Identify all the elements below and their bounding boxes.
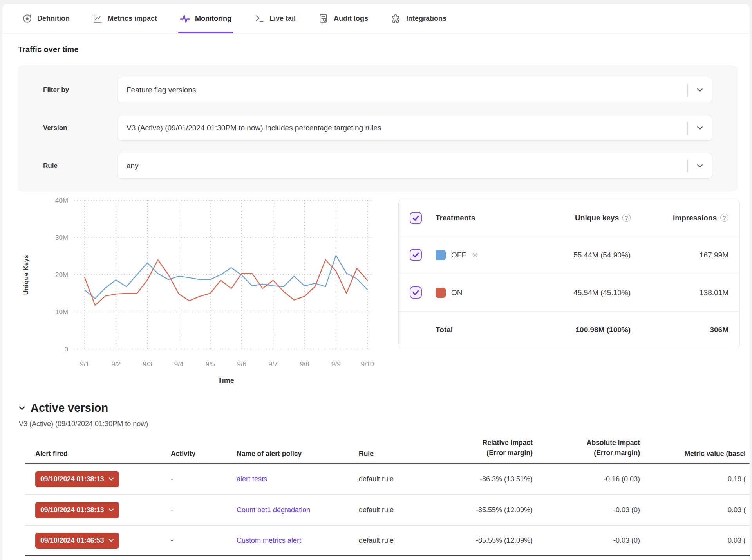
alert-fired-badge[interactable]: 09/10/2024 01:46:53 [35, 533, 119, 549]
tab-label: Live tail [269, 14, 296, 23]
alerts-table-header: Alert fired Activity Name of alert polic… [25, 436, 750, 464]
off-unique-keys: 55.44M (54.90%) [501, 251, 631, 259]
version-select[interactable]: V3 (Active) (09/01/2024 01:30PM to now) … [118, 115, 712, 141]
unique-keys-label: Unique keys [575, 214, 619, 222]
tab-definition[interactable]: Definition [22, 4, 70, 33]
svg-text:9/8: 9/8 [300, 360, 309, 368]
on-color-swatch [436, 288, 446, 298]
alert-relative-impact: -85.55% (12.09%) [442, 537, 533, 545]
active-version-header[interactable]: Active version [18, 402, 750, 414]
alert-relative-impact: -86.3% (13.51%) [442, 475, 533, 483]
svg-text:9/4: 9/4 [174, 360, 184, 368]
chart-series [85, 256, 367, 305]
chevron-down-icon [108, 508, 114, 512]
filter-by-select[interactable]: Feature flag versions [118, 77, 712, 103]
filter-row-version: Version V3 (Active) (09/01/2024 01:30PM … [43, 115, 712, 141]
tab-metrics-impact[interactable]: Metrics impact [92, 4, 157, 33]
definition-icon [22, 13, 33, 24]
alert-row-1: 09/10/2024 01:38:13 - alert tests defaul… [25, 464, 750, 495]
svg-text:40M: 40M [55, 197, 68, 204]
tab-audit-logs[interactable]: Audit logs [318, 4, 368, 33]
impressions-label: Impressions [673, 214, 717, 222]
version-value: V3 (Active) (09/01/2024 01:30PM to now) … [118, 124, 687, 132]
tab-monitoring[interactable]: Monitoring [180, 4, 231, 33]
col-absolute-line1: Absolute Impact [533, 438, 640, 448]
tab-integrations[interactable]: Integrations [391, 4, 446, 33]
alert-fired-badge[interactable]: 09/10/2024 01:38:13 [35, 502, 119, 518]
tab-label: Definition [37, 14, 70, 23]
svg-text:20M: 20M [55, 271, 68, 279]
help-icon[interactable]: ? [720, 214, 728, 222]
col-alert-fired: Alert fired [35, 450, 171, 458]
svg-text:9/7: 9/7 [269, 360, 278, 368]
svg-text:9/2: 9/2 [111, 360, 121, 368]
chevron-down-icon [688, 162, 712, 170]
chevron-down-icon [688, 86, 712, 94]
alert-row-3: 09/10/2024 01:46:53 - Custom metrics ale… [25, 526, 750, 556]
alert-relative-impact: -85.55% (12.09%) [442, 506, 533, 514]
active-version-title: Active version [31, 402, 108, 414]
svg-text:9/3: 9/3 [143, 360, 152, 368]
help-icon[interactable]: ? [622, 214, 631, 222]
audit-logs-icon [318, 13, 329, 24]
treatments-total-row: Total 100.98M (100%) 306M [399, 312, 739, 348]
treatment-row-on: ON 45.54M (45.10%) 138.01M [399, 274, 739, 312]
chevron-down-icon [108, 477, 114, 481]
alert-rule: default rule [359, 506, 442, 514]
alert-fired-time: 09/10/2024 01:38:13 [40, 506, 104, 514]
col-policy: Name of alert policy [237, 450, 359, 458]
alert-policy-link[interactable]: Count bet1 degradation [237, 506, 359, 514]
version-label: Version [43, 124, 118, 132]
alert-activity: - [171, 537, 237, 545]
tab-label: Monitoring [195, 14, 231, 23]
svg-text:9/1: 9/1 [80, 360, 89, 368]
chevron-down-icon [688, 124, 712, 132]
svg-text:0: 0 [65, 346, 68, 353]
col-relative-impact: Relative Impact (Error margin) [442, 438, 533, 458]
alert-absolute-impact: -0.16 (0.03) [533, 475, 640, 483]
filter-by-label: Filter by [43, 86, 118, 94]
alert-row-2: 09/10/2024 01:38:13 - Count bet1 degrada… [25, 495, 750, 526]
rule-value: any [118, 162, 687, 170]
svg-text:Time: Time [218, 376, 234, 384]
svg-text:30M: 30M [55, 234, 68, 241]
treatments-select-all-checkbox[interactable] [410, 212, 422, 224]
alert-rule: default rule [359, 475, 442, 483]
on-impressions: 138.01M [631, 288, 728, 297]
alert-policy-link[interactable]: alert tests [237, 475, 359, 483]
col-absolute-impact: Absolute Impact (Error margin) [533, 438, 640, 458]
chart-grid [74, 200, 372, 349]
total-unique-keys: 100.98M (100%) [501, 326, 631, 334]
alert-policy-link[interactable]: Custom metrics alert [237, 537, 359, 545]
collapse-chevron-icon [18, 404, 26, 412]
alert-fired-time: 09/10/2024 01:38:13 [40, 475, 104, 483]
col-activity: Activity [171, 450, 237, 458]
live-tail-icon [254, 13, 265, 24]
filter-row-rule: Rule any [43, 153, 712, 179]
impressions-col-title: Impressions? [631, 214, 728, 222]
alert-activity: - [171, 475, 237, 483]
alert-fired-badge[interactable]: 09/10/2024 01:38:13 [35, 471, 119, 487]
treatment-on-checkbox[interactable] [410, 286, 422, 299]
treatment-name: OFF [451, 251, 466, 259]
alert-metric-value: 0.03 ( [640, 537, 746, 545]
chart-and-treatments: 010M20M30M40M9/19/29/39/49/59/69/79/89/9… [19, 196, 740, 389]
treatments-col-title: Treatments [436, 214, 501, 222]
svg-text:Unique Keys: Unique Keys [23, 255, 29, 295]
page: Definition Metrics impact Monitoring [2, 4, 750, 560]
svg-text:9/10: 9/10 [361, 360, 374, 368]
active-version-section: Active version V3 (Active) (09/10/2024 0… [18, 402, 750, 428]
svg-text:9/6: 9/6 [237, 360, 246, 368]
svg-text:9/9: 9/9 [331, 360, 341, 368]
alert-absolute-impact: -0.03 (0) [533, 537, 640, 545]
on-unique-keys: 45.54M (45.10%) [501, 288, 631, 297]
filter-by-value: Feature flag versions [118, 86, 687, 94]
tab-label: Audit logs [334, 14, 368, 23]
treatment-row-off: OFF ✳ 55.44M (54.90%) 167.99M [399, 236, 739, 274]
rule-select[interactable]: any [118, 153, 712, 179]
traffic-line-chart: 010M20M30M40M9/19/29/39/49/59/69/79/89/9… [19, 196, 375, 389]
traffic-section-title: Traffic over time [18, 45, 750, 54]
filter-row-filter-by: Filter by Feature flag versions [43, 77, 712, 103]
tab-live-tail[interactable]: Live tail [254, 4, 296, 33]
treatment-off-checkbox[interactable] [410, 249, 422, 261]
